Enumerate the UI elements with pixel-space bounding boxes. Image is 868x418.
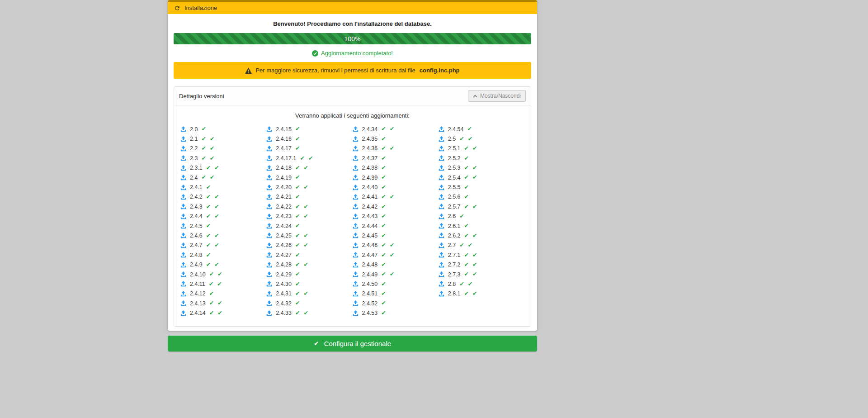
version-number: 2.4.29 <box>276 271 292 278</box>
version-item: 2.8✔✔ <box>439 279 524 289</box>
version-number: 2.4.12 <box>190 290 206 297</box>
upload-icon <box>180 281 186 287</box>
version-item: 2.4.24✔ <box>266 221 352 231</box>
upload-icon <box>439 223 444 229</box>
check-icon: ✔ <box>381 204 386 210</box>
progress-bar-track: 100% <box>174 33 531 44</box>
check-icon: ✔ <box>472 252 477 258</box>
check-icon: ✔ <box>201 156 206 162</box>
check-icon: ✔ <box>464 262 469 268</box>
version-item: 2.4.39✔ <box>353 173 439 182</box>
version-item: 2.7✔✔ <box>439 241 524 250</box>
page-background: Installazione Benvenuto! Procediamo con … <box>0 0 868 418</box>
upload-icon <box>353 175 359 180</box>
upload-icon <box>353 194 359 200</box>
refresh-icon <box>174 5 180 11</box>
version-item: 2.4.14✔✔ <box>180 308 266 318</box>
version-item: 2.4.28✔✔ <box>266 260 352 269</box>
check-icon: ✔ <box>295 185 300 190</box>
upload-icon <box>353 281 359 287</box>
version-item: 2.4.40✔ <box>353 182 439 192</box>
upload-icon <box>353 185 359 190</box>
check-icon: ✔ <box>214 262 219 268</box>
check-icon: ✔ <box>459 214 464 219</box>
version-number: 2.4.39 <box>362 175 378 181</box>
version-item: 2.4.8✔ <box>180 250 266 260</box>
check-icon: ✔ <box>201 136 206 142</box>
upload-icon <box>180 146 186 152</box>
check-icon: ✔ <box>381 185 386 190</box>
version-number: 2.4.45 <box>362 233 378 239</box>
check-icon: ✔ <box>300 156 304 162</box>
version-item: 2.4.48✔ <box>353 260 439 269</box>
version-item: 2.4.26✔✔ <box>266 241 352 250</box>
chevron-up-icon <box>473 94 477 98</box>
version-item: 2.4.23✔✔ <box>266 212 352 221</box>
check-icon: ✔ <box>304 310 308 316</box>
configure-button[interactable]: ✔ Configura il gestionale <box>168 336 537 352</box>
version-number: 2.4.44 <box>362 223 378 229</box>
upload-icon <box>180 223 186 229</box>
version-number: 2.4.42 <box>362 204 378 210</box>
check-icon: ✔ <box>304 214 308 219</box>
versions-column: 2.4.15✔2.4.16✔2.4.17✔2.4.17.1✔✔2.4.18✔✔2… <box>266 124 352 318</box>
version-item: 2.4.53✔ <box>353 308 439 318</box>
check-icon: ✔ <box>209 300 214 306</box>
version-number: 2.6.1 <box>448 223 461 229</box>
version-item: 2.4.30✔ <box>266 279 352 289</box>
security-warning-alert: Per maggiore sicurezza, rimuovi i permes… <box>174 62 531 79</box>
version-item: 2.5.1✔✔ <box>439 144 524 153</box>
check-icon: ✔ <box>467 126 472 132</box>
show-hide-toggle-button[interactable]: Mostra/Nascondi <box>468 90 526 102</box>
security-warning-text: Per maggiore sicurezza, rimuovi i permes… <box>255 67 415 74</box>
check-icon: ✔ <box>214 233 219 239</box>
upload-icon <box>180 262 186 268</box>
version-number: 2.6 <box>448 213 456 219</box>
version-number: 2.4.40 <box>362 184 378 190</box>
upload-icon <box>180 310 186 316</box>
upload-icon <box>353 223 359 229</box>
versions-subtitle: Verranno applicati i seguenti aggiorname… <box>180 112 524 119</box>
version-number: 2.4.38 <box>362 165 378 171</box>
check-icon: ✔ <box>459 242 464 248</box>
version-number: 2.4.30 <box>276 281 292 287</box>
upload-icon <box>266 291 272 297</box>
installer-header: Installazione <box>168 0 537 14</box>
version-item: 2.4.17.1✔✔ <box>266 153 352 163</box>
version-number: 2.3.1 <box>190 165 203 171</box>
configure-button-label: Configura il gestionale <box>324 340 391 347</box>
version-number: 2.4.48 <box>362 261 378 268</box>
version-number: 2.7.1 <box>448 252 461 258</box>
check-icon: ✔ <box>214 214 219 219</box>
version-number: 2.2 <box>190 145 198 152</box>
upload-icon <box>439 175 444 180</box>
check-icon: ✔ <box>381 194 386 200</box>
version-item: 2.4.49✔✔ <box>353 270 439 279</box>
check-icon: ✔ <box>468 281 472 287</box>
version-item: 2.4.18✔✔ <box>266 163 352 173</box>
version-number: 2.4.14 <box>190 310 206 316</box>
check-icon: ✔ <box>217 271 222 277</box>
version-number: 2.8 <box>448 281 456 287</box>
version-item: 2.4.31✔✔ <box>266 289 352 299</box>
upload-icon <box>353 252 359 258</box>
upload-icon <box>439 136 444 142</box>
version-item: 2.4.38✔ <box>353 163 439 173</box>
check-icon: ✔ <box>459 136 464 142</box>
check-icon: ✔ <box>295 252 300 258</box>
version-number: 2.4.24 <box>276 223 292 229</box>
upload-icon <box>439 233 444 238</box>
version-number: 2.5.7 <box>448 204 461 210</box>
check-icon: ✔ <box>304 185 308 190</box>
version-number: 2.5.6 <box>448 194 461 200</box>
version-number: 2.5.1 <box>448 145 461 152</box>
version-item: 2.7.3✔✔ <box>439 270 524 279</box>
upload-icon <box>180 233 186 238</box>
version-item: 2.4.44✔ <box>353 221 439 231</box>
check-icon: ✔ <box>214 165 219 171</box>
version-item: 2.5.6✔ <box>439 192 524 202</box>
version-number: 2.4.53 <box>362 310 378 316</box>
version-item: 2.4.47✔✔ <box>353 250 439 260</box>
check-icon: ✔ <box>210 146 214 152</box>
version-number: 2.8.1 <box>448 290 461 297</box>
